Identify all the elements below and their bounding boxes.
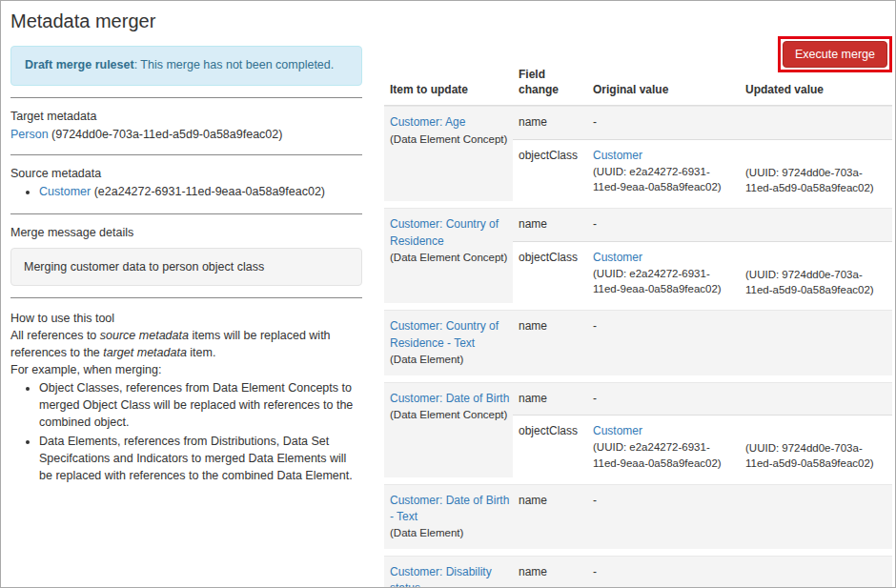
col-header-original: Original value [587,83,740,98]
original-value-cell: Customer (UUID: e2a24272-6931-11ed-9eaa-… [587,415,740,477]
updated-value-cell [740,485,892,549]
howto-example-intro: For example, when merging: [10,361,362,378]
original-value-cell: - [587,485,740,549]
item-to-update-cell: Customer: Country of Residence - Text (D… [384,311,513,375]
table-row-group: Customer: Country of Residence - Text (D… [384,310,892,375]
updated-value-uuid: (UUID: 9724dd0e-703a-11ed-a5d9-0a58a9fea… [745,440,888,472]
item-link[interactable]: Customer: Date of Birth - Text [390,494,509,523]
field-change-cell: name [513,485,587,549]
draft-ruleset-alert: Draft merge ruleset: This merge has not … [10,46,362,86]
table-header-row: Item to update Field change Original val… [384,68,892,106]
item-link[interactable]: Customer: Age [390,115,465,129]
divider [10,154,362,155]
field-change-cell: name [513,209,587,240]
table-row-group: Customer: Disability status (Data Elemen… [384,556,892,588]
source-metadata-uuid: (e2a24272-6931-11ed-9eaa-0a58a9feac02) [94,185,325,198]
updated-value-cell [740,557,892,588]
col-header-item: Item to update [384,83,513,98]
field-change-cell: name [513,311,587,375]
divider [10,213,362,214]
original-value-cell: - [587,557,740,588]
item-to-update-cell: Customer: Date of Birth (Data Element Co… [384,383,513,477]
howto-paragraph: All references to source metadata items … [10,327,362,361]
field-change-cell: name [513,383,587,415]
original-value-link[interactable]: Customer [593,251,642,264]
left-panel: Metadata merger Draft merge ruleset: Thi… [10,9,362,485]
field-change-cell: objectClass [513,415,587,477]
updated-value-cell: (UUID: 9724dd0e-703a-11ed-a5d9-0a58a9fea… [740,241,892,304]
page-title: Metadata merger [10,10,362,32]
item-type-label: (Data Element Concept) [390,251,511,266]
field-change-cell: name [513,107,587,138]
item-type-label: (Data Element Concept) [390,408,511,423]
target-metadata-label: Target metadata [10,110,362,123]
target-metadata-link[interactable]: Person [10,128,49,141]
item-type-label: (Data Element) [390,353,511,368]
table-row-group: Customer: Country of Residence (Data Ele… [384,208,892,303]
field-change-cell: name [513,557,587,588]
original-value-uuid: (UUID: e2a24272-6931-11ed-9eaa-0a58a9fea… [593,266,736,297]
item-link[interactable]: Customer: Date of Birth [390,392,509,405]
updated-value-cell: (UUID: 9724dd0e-703a-11ed-a5d9-0a58a9fea… [740,139,892,202]
updated-value-cell [740,107,892,138]
original-value-cell: - [587,311,740,375]
col-header-field-change: Field change [513,68,587,97]
updated-value-cell [740,209,892,240]
source-metadata-item: Customer (e2a24272-6931-11ed-9eaa-0a58a9… [39,183,362,201]
updated-value-cell: (UUID: 9724dd0e-703a-11ed-a5d9-0a58a9fea… [740,415,892,477]
original-value-link[interactable]: Customer [593,149,642,162]
divider [10,97,362,98]
merge-message-label: Merge message details [10,226,362,239]
item-type-label: (Data Element) [390,526,511,541]
original-value-cell: - [587,209,740,240]
merge-changes-table: Item to update Field change Original val… [384,1,892,588]
item-link[interactable]: Customer: Country of Residence [390,217,499,247]
howto-bullet: Data Elements, references from Distribut… [39,433,362,484]
item-link[interactable]: Customer: Disability status [390,565,492,588]
original-value-cell: Customer (UUID: e2a24272-6931-11ed-9eaa-… [587,241,740,304]
item-to-update-cell: Customer: Country of Residence (Data Ele… [384,209,513,303]
target-metadata-uuid: (9724dd0e-703a-11ed-a5d9-0a58a9feac02) [51,128,282,141]
source-metadata-link[interactable]: Customer [39,185,91,198]
field-change-cell: objectClass [513,139,587,202]
target-metadata-line: Person (9724dd0e-703a-11ed-a5d9-0a58a9fe… [10,126,362,144]
item-type-label: (Data Element Concept) [390,132,511,148]
table-row-group: Customer: Age (Data Element Concept) nam… [384,106,892,201]
updated-value-cell [740,311,892,375]
merge-message-box: Merging customer data to person object c… [10,248,362,286]
item-link[interactable]: Customer: Country of Residence - Text [390,319,499,349]
item-to-update-cell: Customer: Age (Data Element Concept) [384,107,513,201]
original-value-cell: Customer (UUID: e2a24272-6931-11ed-9eaa-… [587,139,740,202]
field-change-cell: objectClass [513,241,587,304]
divider [10,297,362,298]
howto-title: How to use this tool [10,310,362,327]
updated-value-cell [740,383,892,415]
source-metadata-list: Customer (e2a24272-6931-11ed-9eaa-0a58a9… [10,183,362,201]
source-metadata-label: Source metadata [10,167,362,180]
howto-bullet: Object Classes, references from Data Ele… [39,379,362,431]
updated-value-uuid: (UUID: 9724dd0e-703a-11ed-a5d9-0a58a9fea… [745,165,888,196]
table-row-group: Customer: Date of Birth (Data Element Co… [384,382,892,477]
original-value-cell: - [587,107,740,138]
col-header-updated: Updated value [740,83,892,98]
alert-title: Draft merge ruleset [25,58,134,71]
updated-value-uuid: (UUID: 9724dd0e-703a-11ed-a5d9-0a58a9fea… [745,267,888,298]
original-value-link[interactable]: Customer [593,424,642,437]
original-value-cell: - [587,383,740,415]
table-row-group: Customer: Date of Birth - Text (Data Ele… [384,484,892,549]
original-value-uuid: (UUID: e2a24272-6931-11ed-9eaa-0a58a9fea… [593,439,736,471]
howto-section: How to use this tool All references to s… [10,310,362,484]
item-to-update-cell: Customer: Disability status (Data Elemen… [384,557,513,588]
howto-list: Object Classes, references from Data Ele… [10,379,362,484]
original-value-uuid: (UUID: e2a24272-6931-11ed-9eaa-0a58a9fea… [593,164,736,195]
app-window: Metadata merger Draft merge ruleset: Thi… [0,0,896,588]
item-to-update-cell: Customer: Date of Birth - Text (Data Ele… [384,485,513,549]
alert-text: : This merge has not been completed. [134,58,335,71]
